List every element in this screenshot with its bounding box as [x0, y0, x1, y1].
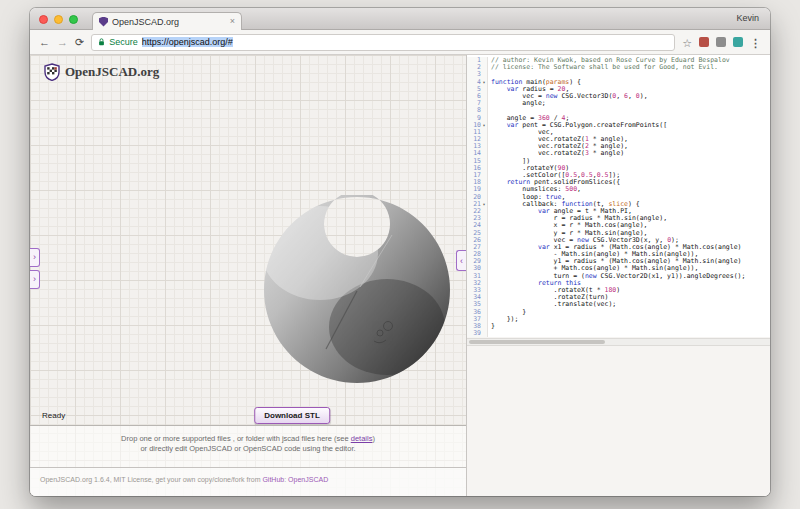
code-text: angle; — [488, 100, 546, 107]
fold-gutter — [481, 258, 488, 265]
extension-icon-2[interactable] — [716, 37, 726, 47]
secure-label: Secure — [109, 37, 138, 47]
fold-gutter — [481, 230, 488, 237]
extension-icon-1[interactable] — [699, 37, 709, 47]
code-text: } — [488, 323, 495, 330]
footer-text: OpenJSCAD.org 1.6.4, MIT License, get yo… — [40, 476, 262, 483]
fold-marker-icon[interactable]: ▾ — [481, 122, 488, 129]
splitter-handle-arrow-icon[interactable] — [456, 250, 466, 271]
code-line[interactable]: 39 — [467, 330, 770, 337]
fold-gutter — [481, 136, 488, 143]
browser-window: OpenJSCAD.org Kevin Secure https://openj… — [30, 8, 770, 496]
code-line[interactable]: 37 }); — [467, 316, 770, 323]
fold-gutter — [481, 100, 488, 107]
back-icon[interactable] — [39, 37, 50, 48]
browser-tab[interactable]: OpenJSCAD.org — [92, 12, 242, 30]
github-link[interactable]: GitHub — [262, 476, 284, 483]
openjscad-link[interactable]: OpenJSCAD — [288, 476, 328, 483]
forward-icon[interactable] — [57, 37, 68, 48]
editor-hscrollbar[interactable] — [467, 338, 770, 346]
fold-gutter — [481, 251, 488, 258]
drop-zone[interactable]: Drop one or more supported files , or fo… — [30, 425, 466, 467]
fold-gutter — [481, 208, 488, 215]
fold-gutter — [481, 150, 488, 157]
tab-title: OpenJSCAD.org — [112, 17, 179, 27]
status-text: Ready — [42, 411, 65, 420]
zoom-window-button[interactable] — [69, 15, 78, 24]
shield-icon — [44, 63, 60, 81]
fold-gutter — [481, 280, 488, 287]
browser-toolbar: Secure https://openjscad.org/# — [30, 30, 770, 55]
fold-gutter — [481, 115, 488, 122]
titlebar[interactable]: OpenJSCAD.org Kevin — [30, 8, 770, 30]
viewer-canvas[interactable]: OpenJSCAD.org — [30, 55, 466, 496]
address-bar[interactable]: Secure https://openjscad.org/# — [91, 34, 675, 51]
code-line[interactable]: 38} — [467, 323, 770, 330]
code-text — [488, 330, 491, 337]
tab-close-icon[interactable] — [230, 17, 235, 26]
fold-gutter — [481, 330, 488, 337]
fold-gutter — [481, 215, 488, 222]
fold-gutter — [481, 301, 488, 308]
fold-gutter — [481, 93, 488, 100]
viewer-footer: OpenJSCAD.org 1.6.4, MIT License, get yo… — [30, 467, 466, 496]
fold-gutter — [481, 179, 488, 186]
editor-hscrollbar-thumb[interactable] — [469, 340, 605, 344]
code-line[interactable]: 7 angle; — [467, 100, 770, 107]
drop-text: Drop one or more supported files , or fo… — [121, 434, 351, 443]
fold-marker-icon[interactable]: ▾ — [481, 201, 488, 208]
code-editor-panel: 1// author: Kevin Kwok, based on Rose Cu… — [466, 55, 770, 496]
download-stl-button[interactable]: Download STL — [254, 407, 330, 424]
drop-zone-line1: Drop one or more supported files , or fo… — [30, 434, 466, 444]
fold-gutter — [481, 294, 488, 301]
minimize-window-button[interactable] — [54, 15, 63, 24]
url-text[interactable]: https://openjscad.org/# — [142, 37, 233, 47]
fold-gutter — [481, 222, 488, 229]
fold-gutter — [481, 86, 488, 93]
fold-gutter — [481, 186, 488, 193]
line-number: 39 — [467, 330, 481, 337]
fold-gutter — [481, 273, 488, 280]
logo-text: OpenJSCAD.org — [65, 64, 159, 80]
code-editor[interactable]: 1// author: Kevin Kwok, based on Rose Cu… — [467, 55, 770, 337]
fold-gutter — [481, 172, 488, 179]
profile-name[interactable]: Kevin — [736, 13, 759, 23]
fold-gutter — [481, 71, 488, 78]
code-text: // license: The Software shall be used f… — [488, 64, 718, 71]
fold-marker-icon[interactable]: ▾ — [481, 79, 488, 86]
page-content: OpenJSCAD.org — [30, 55, 770, 496]
fold-gutter — [481, 129, 488, 136]
fold-gutter — [481, 323, 488, 330]
fold-gutter — [481, 194, 488, 201]
lock-icon — [98, 38, 105, 46]
drop-text-close: ) — [372, 434, 375, 443]
desktop: OpenJSCAD.org Kevin Secure https://openj… — [0, 0, 800, 509]
fold-gutter — [481, 316, 488, 323]
fold-gutter — [481, 143, 488, 150]
refresh-icon[interactable] — [75, 37, 84, 48]
code-line[interactable]: 2// license: The Software shall be used … — [467, 64, 770, 71]
panel-handle-arrow-icon[interactable] — [30, 248, 40, 267]
extension-icon-3[interactable] — [733, 37, 743, 47]
bookmark-star-icon[interactable] — [682, 33, 692, 51]
fold-gutter — [481, 309, 488, 316]
fold-gutter — [481, 158, 488, 165]
panel-handle-arrow-icon[interactable] — [30, 270, 40, 289]
drop-zone-line2: or directly edit OpenJSCAD or OpenSCAD c… — [30, 444, 466, 454]
traffic-lights — [39, 15, 78, 24]
fold-gutter — [481, 265, 488, 272]
status-row: Ready Download STL — [30, 407, 466, 426]
fold-gutter — [481, 64, 488, 71]
browser-menu-icon[interactable] — [750, 33, 761, 51]
fold-gutter — [481, 287, 488, 294]
rendered-model[interactable] — [262, 195, 452, 385]
fold-gutter — [481, 237, 488, 244]
details-link[interactable]: details — [351, 434, 373, 443]
fold-gutter — [481, 107, 488, 114]
fold-gutter — [481, 244, 488, 251]
fold-gutter — [481, 165, 488, 172]
fold-gutter — [481, 57, 488, 64]
openjscad-logo[interactable]: OpenJSCAD.org — [44, 63, 159, 81]
tab-favicon-shield-icon — [99, 17, 108, 27]
close-window-button[interactable] — [39, 15, 48, 24]
